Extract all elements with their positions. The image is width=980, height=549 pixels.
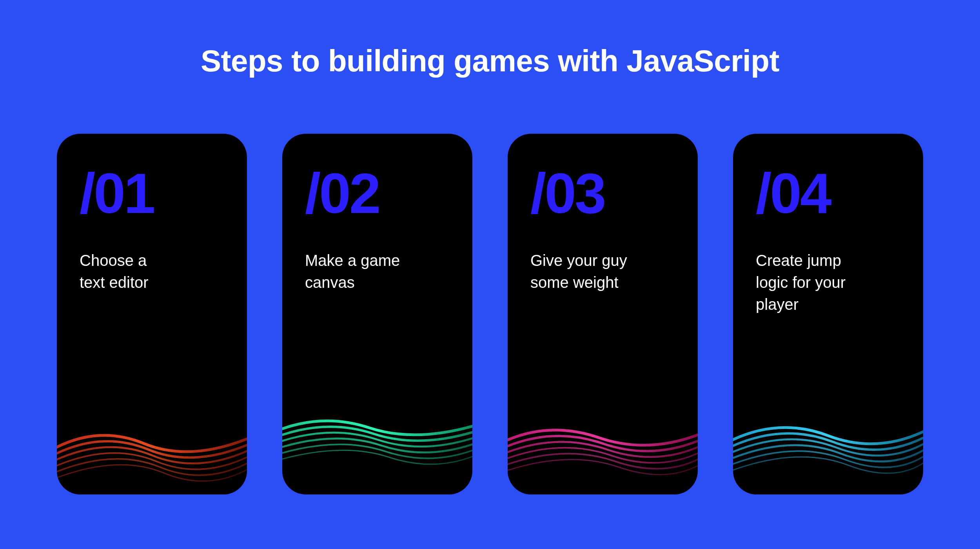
step-card-3: /03 Give your guy some weight — [508, 134, 698, 494]
step-text: Choose a text editor — [80, 249, 224, 293]
step-number: /03 — [530, 165, 675, 222]
page-title: Steps to building games with JavaScript — [201, 43, 779, 79]
wave-decoration — [282, 393, 472, 494]
step-text: Make a game canvas — [305, 249, 450, 293]
step-text: Create jump logic for your player — [756, 249, 900, 315]
step-card-1: /01 Choose a text editor — [57, 134, 247, 494]
wave-decoration — [57, 393, 247, 494]
step-number: /02 — [305, 165, 450, 222]
step-text: Give your guy some weight — [530, 249, 675, 293]
step-card-4: /04 Create jump logic for your player — [733, 134, 923, 494]
wave-decoration — [508, 393, 698, 494]
cards-row: /01 Choose a text editor /02 — [57, 134, 923, 494]
step-card-2: /02 Make a game canvas — [282, 134, 472, 494]
wave-decoration — [733, 393, 923, 494]
step-number: /04 — [756, 165, 900, 222]
step-number: /01 — [80, 165, 224, 222]
